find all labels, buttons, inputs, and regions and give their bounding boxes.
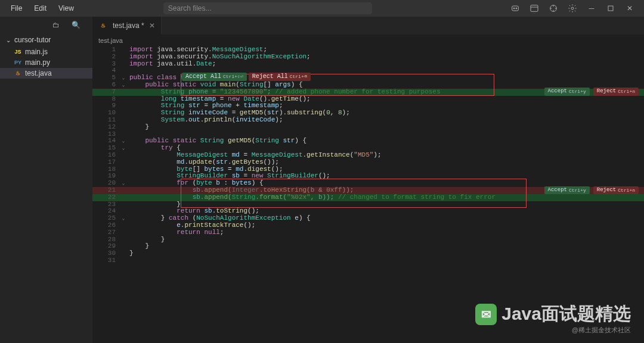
line-gutter: 1234567891011121314151617181920212223242… [92, 46, 119, 264]
accept-button-1[interactable]: Accept Ctrl+y [544, 88, 590, 96]
file-test-java[interactable]: ♨test.java [0, 68, 92, 79]
project-root[interactable]: ⌄ cursor-tutor [0, 33, 92, 46]
svg-rect-0 [512, 6, 519, 11]
filetype-icon: PY [13, 60, 23, 66]
watermark-sub: @稀土掘金技术社区 [572, 326, 631, 335]
folder-icon[interactable]: 🗀 [52, 21, 60, 29]
minimize-icon[interactable]: ─ [586, 3, 597, 14]
code-area[interactable]: 1234567891011121314151617181920212223242… [92, 46, 644, 264]
sidebar: 🗀 🔍 ⌄ cursor-tutor JSmain.jsPYmain.py♨te… [0, 17, 92, 343]
watermark: ✉ Java面试题精选 [475, 302, 631, 326]
project-name: cursor-tutor [14, 36, 51, 44]
breadcrumb[interactable]: test.java [92, 35, 644, 46]
java-icon: ♨ [98, 23, 108, 29]
filetype-icon: JS [13, 49, 23, 55]
panel-icon[interactable] [529, 3, 540, 14]
extension-icon[interactable] [548, 3, 559, 14]
file-main-js[interactable]: JSmain.js [0, 46, 92, 57]
menu-edit[interactable]: Edit [28, 4, 52, 13]
titlebar: File Edit View Search files... ─ ✕ [0, 0, 644, 17]
file-name: test.java [25, 69, 52, 77]
accept-button-2[interactable]: Accept Ctrl+y [544, 186, 590, 195]
svg-rect-6 [608, 6, 613, 11]
close-tab-icon[interactable]: ✕ [149, 21, 155, 30]
tab-label: test.java * [113, 21, 144, 30]
menu-view[interactable]: View [52, 4, 80, 13]
gear-icon[interactable] [567, 3, 578, 14]
svg-rect-3 [531, 5, 538, 12]
close-icon[interactable]: ✕ [624, 3, 635, 14]
search-input[interactable]: Search files... [163, 2, 372, 14]
file-main-py[interactable]: PYmain.py [0, 57, 92, 68]
chevron-down-icon: ⌄ [6, 37, 11, 43]
editor: ♨ test.java * ✕ test.java 12345678910111… [92, 17, 644, 343]
reject-button-2[interactable]: Reject Ctrl+n [593, 186, 639, 195]
file-name: main.py [25, 58, 50, 67]
reject-all-button[interactable]: Reject AllCtrl+⌫ [249, 73, 311, 81]
search-icon[interactable]: 🔍 [72, 21, 80, 29]
tab-test-java[interactable]: ♨ test.java * ✕ [92, 17, 162, 35]
menu-file[interactable]: File [5, 4, 28, 13]
file-name: main.js [25, 48, 48, 56]
fold-gutter[interactable]: ⌄⌄⌄⌄⌄⌄ [119, 46, 128, 264]
svg-point-2 [516, 8, 517, 9]
maximize-icon[interactable] [605, 3, 616, 14]
copilot-icon[interactable] [510, 3, 521, 14]
wechat-icon: ✉ [475, 304, 497, 325]
accept-all-button[interactable]: Accept AllCtrl+⇧⏎ [182, 73, 247, 81]
svg-point-1 [513, 8, 515, 9]
filetype-icon: ♨ [13, 70, 23, 76]
reject-button-1[interactable]: Reject Ctrl+n [593, 88, 639, 96]
svg-point-5 [571, 7, 574, 10]
